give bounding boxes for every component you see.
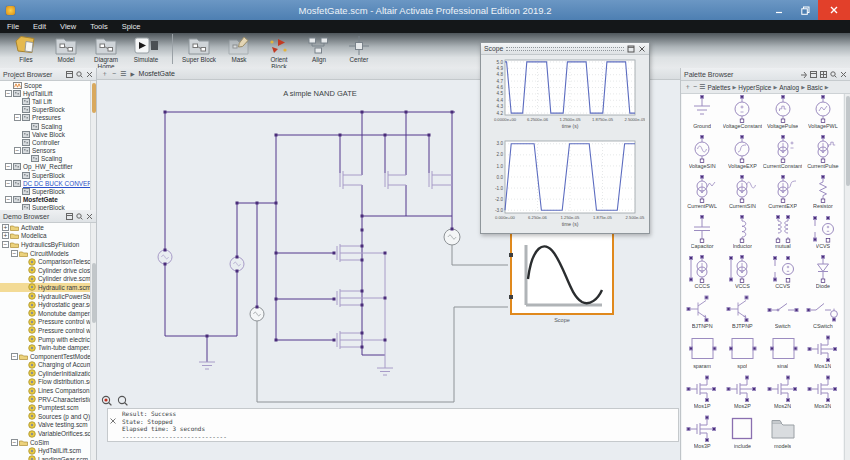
- palette-item-currentsin[interactable]: CurrentSIN: [722, 174, 762, 214]
- palette-item-mos2n[interactable]: Mos2N: [763, 374, 803, 414]
- tree-item-twin-tube-damper-scm[interactable]: Twin-tube damper.scm: [0, 343, 90, 352]
- demo-scrollbar[interactable]: [90, 223, 96, 460]
- menu-view[interactable]: View: [53, 22, 83, 31]
- palette-item-cswitch[interactable]: CSwitch: [803, 294, 843, 334]
- palette-item-voltageexp[interactable]: VoltageEXP: [722, 134, 762, 174]
- tree-item-controller[interactable]: Controller: [0, 138, 90, 146]
- menu-tools[interactable]: Tools: [83, 22, 115, 31]
- tree-item-variableorifices-scm[interactable]: VariableOrifices.scm: [0, 429, 90, 438]
- tree-item-hydraulic-ram-scm[interactable]: Hydraulic ram.scm: [0, 283, 90, 292]
- search-icon[interactable]: [830, 71, 837, 78]
- breadcrumb-palettes[interactable]: Palettes: [707, 84, 730, 91]
- scope-window[interactable]: Scope 5.04.94.84.74.64.54.44.34.20.0000e…: [480, 42, 650, 234]
- palette-item-spof[interactable]: spof: [722, 334, 762, 374]
- add-tab-icon[interactable]: ＋: [101, 69, 108, 79]
- ribbon-mask-button[interactable]: Mask: [222, 34, 256, 63]
- palette-item-diode[interactable]: Diode: [803, 254, 843, 294]
- scope-block-input-port-1[interactable]: [509, 253, 513, 257]
- palette-item-mos2p[interactable]: Mos2P: [722, 374, 762, 414]
- collapse-icon[interactable]: −: [14, 114, 21, 121]
- collapse-icon[interactable]: −: [14, 147, 21, 154]
- tree-item-pressure-control-with-v-[interactable]: Pressure control with v..: [0, 326, 90, 335]
- tree-item-hydtaillift[interactable]: −HydTailLift: [0, 89, 90, 97]
- palette-item-vccs[interactable]: VCCS: [722, 254, 762, 294]
- tree-item-sources-p-and-q-scm[interactable]: Sources (p and Q).scm: [0, 412, 90, 421]
- palette-item-bjtnpn[interactable]: BJTNPN: [682, 294, 722, 334]
- collapse-icon[interactable]: −: [11, 250, 18, 257]
- tree-item-componenttestmodels[interactable]: −ComponentTestModels: [0, 352, 90, 361]
- palette-item-sparam[interactable]: sparam: [682, 334, 722, 374]
- tab-mosfetgate[interactable]: MosfetGate: [139, 70, 175, 77]
- ribbon-simulate-button[interactable]: Simulate: [129, 34, 163, 63]
- scope-window-drag-handle[interactable]: [506, 47, 624, 51]
- tree-item-scaling[interactable]: Scaling: [0, 122, 90, 130]
- palette-item-include[interactable]: include: [722, 414, 762, 454]
- tree-item-prv-characteristic-scm[interactable]: PRV-Characteristic.scm: [0, 395, 90, 404]
- palette-scrollbar[interactable]: [844, 94, 850, 460]
- tree-item-pressures[interactable]: −Pressures: [0, 114, 90, 122]
- collapse-icon[interactable]: −: [5, 90, 12, 97]
- palette-item-mos3n[interactable]: Mos3N: [803, 374, 843, 414]
- close-panel-icon[interactable]: [86, 71, 93, 78]
- palette-item-ground[interactable]: Ground: [682, 94, 722, 134]
- tree-item-pressure-control-with-el-[interactable]: Pressure control with el..: [0, 318, 90, 327]
- ribbon-orient-block-button[interactable]: Orient Block: [262, 34, 296, 70]
- palette-item-mos3p[interactable]: Mos3P: [682, 414, 722, 454]
- tree-item-activate[interactable]: +Activate: [0, 223, 90, 232]
- ribbon-center-button[interactable]: Center: [342, 34, 376, 63]
- tree-item-superblock[interactable]: SuperBlock: [0, 171, 90, 179]
- tree-item-valve-block[interactable]: Valve Block: [0, 130, 90, 138]
- tree-item-valve-testing-scm[interactable]: Valve testing.scm: [0, 421, 90, 430]
- expand-all-icon[interactable]: ＋: [684, 82, 691, 92]
- minimize-button[interactable]: [766, 0, 792, 20]
- menu-file[interactable]: File: [0, 22, 26, 31]
- tree-item-hydraulicsbyfluidon[interactable]: −HydraulicsByFluidon: [0, 240, 90, 249]
- collapse-icon[interactable]: −: [11, 353, 18, 360]
- tree-item-scaling[interactable]: Scaling: [0, 155, 90, 163]
- tree-item-superblock[interactable]: SuperBlock: [0, 106, 90, 114]
- expand-icon[interactable]: +: [2, 224, 9, 231]
- palette-item-inductor[interactable]: Inductor: [722, 214, 762, 254]
- tree-item-mosfetgate[interactable]: −MosfetGate: [0, 196, 90, 204]
- palette-item-voltagepwl[interactable]: VoltagePWL: [803, 94, 843, 134]
- ribbon-diagram-home-button[interactable]: Diagram Home: [89, 34, 123, 70]
- console-close-icon[interactable]: [110, 410, 116, 428]
- scope-window-titlebar[interactable]: Scope: [481, 43, 649, 55]
- tree-item-cylinder-drive-closed-lo-[interactable]: Cylinder drive closed lo..: [0, 266, 90, 275]
- project-scrollbar[interactable]: [90, 81, 96, 210]
- palette-item-cccs[interactable]: CCCS: [682, 254, 722, 294]
- output-console[interactable]: Result: Success State: Stopped Elapsed t…: [107, 408, 679, 442]
- scope-block[interactable]: [510, 231, 614, 315]
- tree-item-lines-comparison-scm[interactable]: Lines Comparison.scm: [0, 386, 90, 395]
- tab-list-icon[interactable]: ☰: [120, 69, 126, 79]
- tree-item-modelica[interactable]: +Modelica: [0, 232, 90, 241]
- maximize-button[interactable]: [792, 0, 818, 20]
- tree-item-comparisontelescopic-[interactable]: ComparisonTelescopic..: [0, 257, 90, 266]
- scope-block-input-port-2[interactable]: [509, 295, 513, 299]
- dock-icon[interactable]: [66, 213, 73, 220]
- palette-item-bjtpnp[interactable]: BJTPNP: [722, 294, 762, 334]
- grid-view-icon[interactable]: [820, 71, 827, 78]
- tree-item-landinggear-scm[interactable]: LandingGear.scm: [0, 455, 90, 460]
- palette-item-ccvs[interactable]: CCVS: [763, 254, 803, 294]
- palette-item-models[interactable]: models: [763, 414, 803, 454]
- tree-item-hydrostatic-gear-scm[interactable]: Hydrostatic gear.scm: [0, 300, 90, 309]
- breadcrumb-analog[interactable]: Analog: [779, 84, 799, 91]
- ribbon-align-button[interactable]: Align: [302, 34, 336, 63]
- close-button[interactable]: [818, 0, 850, 20]
- tree-item-hydtaillift-scm[interactable]: HydTailLift.scm: [0, 446, 90, 455]
- dock-icon[interactable]: [810, 71, 817, 78]
- palette-item-resistor[interactable]: Resistor: [803, 174, 843, 214]
- float-icon[interactable]: [800, 71, 807, 78]
- search-icon[interactable]: [76, 71, 83, 78]
- collapse-icon[interactable]: −: [11, 439, 18, 446]
- ribbon-super-block-button[interactable]: Super Block: [182, 34, 216, 63]
- tree-item-cylinderinitialization-scm[interactable]: CylinderInitialization.scm: [0, 369, 90, 378]
- breadcrumb-hyperspice[interactable]: HyperSpice: [738, 84, 771, 91]
- tree-item-circuitmodels[interactable]: −CircuitModels: [0, 249, 90, 258]
- menu-edit[interactable]: Edit: [26, 22, 53, 31]
- tree-item-op-hw-rectifier[interactable]: −Op_HW_Rectifier: [0, 163, 90, 171]
- expand-icon[interactable]: +: [2, 232, 9, 239]
- tree-item-pumptest-scm[interactable]: Pumptest.scm: [0, 403, 90, 412]
- palette-item-capacitor[interactable]: Capacitor: [682, 214, 722, 254]
